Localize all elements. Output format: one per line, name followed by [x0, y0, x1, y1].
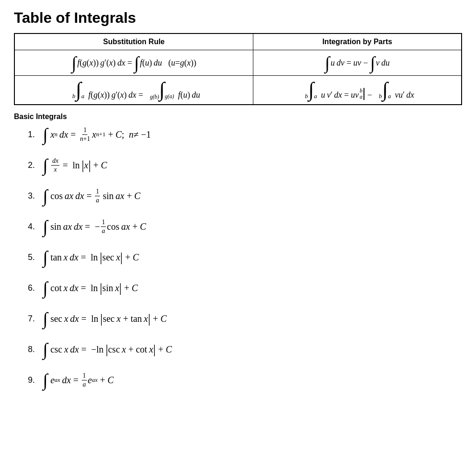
list-item: 1. ∫ xn dx = 1 n+1 xn+1 + C; n ≠ −1: [28, 126, 462, 143]
list-item: 3. ∫ cos ax dx = 1 a sin ax + C: [28, 187, 462, 205]
list-item: 7. ∫ sec x dx = ln |sec x + tan x| + C: [28, 310, 462, 327]
formula-5: ∫ tan x dx = ln |sec x| + C: [43, 248, 139, 266]
formula-2: ∫ dx x = ln |x| + C: [43, 156, 107, 174]
substitution-rule-definite: b ∫ a f(g(x)) g′(x) dx = g(b) ∫ g(a) f(u…: [14, 76, 253, 105]
substitution-rule-indefinite: ∫ f(g(x)) g′(x) dx = ∫ f(u) du (u = g(x)…: [14, 50, 253, 76]
list-item: 6. ∫ cot x dx = ln |sin x| + C: [28, 279, 462, 297]
col2-header: Integration by Parts: [253, 33, 462, 50]
item-number: 4.: [28, 220, 43, 233]
formula-8: ∫ csc x dx = −ln |csc x + cot x| + C: [43, 340, 172, 358]
formula-1: ∫ xn dx = 1 n+1 xn+1 + C; n ≠ −1: [43, 126, 151, 143]
formula-7: ∫ sec x dx = ln |sec x + tan x| + C: [43, 310, 166, 327]
integrals-table: Substitution Rule Integration by Parts ∫…: [14, 33, 462, 105]
item-number: 3.: [28, 190, 43, 202]
item-number: 8.: [28, 343, 43, 356]
basic-integrals-list: 1. ∫ xn dx = 1 n+1 xn+1 + C; n ≠ −1 2. ∫…: [14, 126, 462, 389]
item-number: 1.: [28, 128, 43, 141]
item-number: 5.: [28, 251, 43, 264]
page-title: Table of Integrals: [14, 9, 462, 27]
list-item: 9. ∫ eax dx = 1 a eax + C: [28, 371, 462, 389]
basic-integrals-label: Basic Integrals: [14, 113, 462, 121]
item-number: 2.: [28, 159, 43, 172]
formula-6: ∫ cot x dx = ln |sin x| + C: [43, 279, 138, 297]
list-item: 2. ∫ dx x = ln |x| + C: [28, 156, 462, 174]
list-item: 8. ∫ csc x dx = −ln |csc x + cot x| + C: [28, 340, 462, 358]
formula-3: ∫ cos ax dx = 1 a sin ax + C: [43, 187, 140, 205]
col1-header: Substitution Rule: [14, 33, 253, 50]
list-item: 4. ∫ sin ax dx = − 1 a cos ax + C: [28, 218, 462, 235]
formula-9: ∫ eax dx = 1 a eax + C: [43, 371, 114, 389]
list-item: 5. ∫ tan x dx = ln |sec x| + C: [28, 248, 462, 266]
integration-by-parts-indefinite: ∫ u dv = uv − ∫ v du: [253, 50, 462, 76]
integration-by-parts-definite: b ∫ a u v′ dx = uv b a − b: [253, 76, 462, 105]
item-number: 7.: [28, 313, 43, 325]
item-number: 9.: [28, 374, 43, 386]
item-number: 6.: [28, 282, 43, 294]
formula-4: ∫ sin ax dx = − 1 a cos ax + C: [43, 218, 146, 235]
